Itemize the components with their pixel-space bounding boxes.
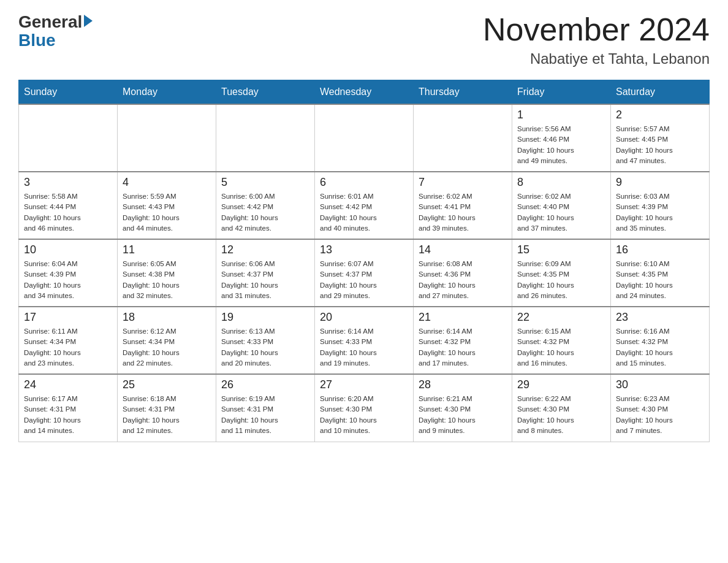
calendar-cell: 5Sunrise: 6:00 AM Sunset: 4:42 PM Daylig… [216,172,315,239]
calendar-cell: 7Sunrise: 6:02 AM Sunset: 4:41 PM Daylig… [414,172,512,239]
calendar-cell: 8Sunrise: 6:02 AM Sunset: 4:40 PM Daylig… [512,172,611,239]
day-sun-info: Sunrise: 6:11 AM Sunset: 4:34 PM Dayligh… [24,326,112,369]
logo: General Blue [18,12,93,50]
day-sun-info: Sunrise: 5:57 AM Sunset: 4:45 PM Dayligh… [616,124,704,166]
day-number: 5 [221,176,309,189]
day-sun-info: Sunrise: 5:56 AM Sunset: 4:46 PM Dayligh… [517,124,605,166]
calendar-cell: 10Sunrise: 6:04 AM Sunset: 4:39 PM Dayli… [19,239,118,307]
day-number: 7 [419,176,507,189]
calendar-cell: 16Sunrise: 6:10 AM Sunset: 4:35 PM Dayli… [611,239,710,307]
calendar-cell: 24Sunrise: 6:17 AM Sunset: 4:31 PM Dayli… [19,374,118,442]
calendar-cell: 17Sunrise: 6:11 AM Sunset: 4:34 PM Dayli… [19,307,118,374]
day-sun-info: Sunrise: 5:58 AM Sunset: 4:44 PM Dayligh… [24,191,112,234]
calendar-cell: 25Sunrise: 6:18 AM Sunset: 4:31 PM Dayli… [118,374,216,442]
day-number: 17 [24,311,112,324]
day-number: 20 [320,311,408,324]
calendar-cell: 18Sunrise: 6:12 AM Sunset: 4:34 PM Dayli… [118,307,216,374]
calendar-week-row: 1Sunrise: 5:56 AM Sunset: 4:46 PM Daylig… [19,104,710,172]
day-number: 9 [616,176,704,189]
day-sun-info: Sunrise: 6:00 AM Sunset: 4:42 PM Dayligh… [221,191,309,234]
logo-arrow-icon [84,15,93,27]
day-number: 25 [123,378,211,391]
page-header: General Blue November 2024 Nabatiye et T… [18,12,710,67]
calendar-cell: 15Sunrise: 6:09 AM Sunset: 4:35 PM Dayli… [512,239,611,307]
day-sun-info: Sunrise: 6:20 AM Sunset: 4:30 PM Dayligh… [320,394,408,436]
day-of-week-header: Tuesday [216,80,315,105]
calendar-cell: 6Sunrise: 6:01 AM Sunset: 4:42 PM Daylig… [315,172,414,239]
calendar-cell: 21Sunrise: 6:14 AM Sunset: 4:32 PM Dayli… [414,307,512,374]
day-number: 8 [517,176,605,189]
day-sun-info: Sunrise: 6:17 AM Sunset: 4:31 PM Dayligh… [24,394,112,436]
logo-blue-text: Blue [18,31,56,50]
day-sun-info: Sunrise: 6:03 AM Sunset: 4:39 PM Dayligh… [616,191,704,234]
day-number: 4 [123,176,211,189]
day-sun-info: Sunrise: 6:08 AM Sunset: 4:36 PM Dayligh… [419,259,507,301]
day-number: 29 [517,378,605,391]
calendar-cell: 14Sunrise: 6:08 AM Sunset: 4:36 PM Dayli… [414,239,512,307]
calendar-cell [216,104,315,172]
calendar-cell: 9Sunrise: 6:03 AM Sunset: 4:39 PM Daylig… [611,172,710,239]
logo-general-text: General [18,12,82,32]
day-sun-info: Sunrise: 6:01 AM Sunset: 4:42 PM Dayligh… [320,191,408,234]
day-number: 18 [123,311,211,324]
day-sun-info: Sunrise: 6:21 AM Sunset: 4:30 PM Dayligh… [419,394,507,436]
day-number: 3 [24,176,112,189]
day-sun-info: Sunrise: 5:59 AM Sunset: 4:43 PM Dayligh… [123,191,211,234]
day-number: 15 [517,243,605,256]
calendar-cell: 27Sunrise: 6:20 AM Sunset: 4:30 PM Dayli… [315,374,414,442]
calendar-cell [315,104,414,172]
day-number: 19 [221,311,309,324]
day-sun-info: Sunrise: 6:16 AM Sunset: 4:32 PM Dayligh… [616,326,704,369]
main-title: November 2024 [483,12,710,47]
day-sun-info: Sunrise: 6:02 AM Sunset: 4:40 PM Dayligh… [517,191,605,234]
day-sun-info: Sunrise: 6:09 AM Sunset: 4:35 PM Dayligh… [517,259,605,301]
day-of-week-header: Friday [512,80,611,105]
day-of-week-header: Thursday [414,80,512,105]
day-sun-info: Sunrise: 6:23 AM Sunset: 4:30 PM Dayligh… [616,394,704,436]
calendar-cell: 2Sunrise: 5:57 AM Sunset: 4:45 PM Daylig… [611,104,710,172]
calendar-week-row: 24Sunrise: 6:17 AM Sunset: 4:31 PM Dayli… [19,374,710,442]
day-number: 28 [419,378,507,391]
calendar-cell: 13Sunrise: 6:07 AM Sunset: 4:37 PM Dayli… [315,239,414,307]
day-number: 26 [221,378,309,391]
location-subtitle: Nabatiye et Tahta, Lebanon [483,50,710,67]
calendar-table: SundayMondayTuesdayWednesdayThursdayFrid… [18,80,710,442]
calendar-cell: 1Sunrise: 5:56 AM Sunset: 4:46 PM Daylig… [512,104,611,172]
calendar-cell: 29Sunrise: 6:22 AM Sunset: 4:30 PM Dayli… [512,374,611,442]
day-sun-info: Sunrise: 6:15 AM Sunset: 4:32 PM Dayligh… [517,326,605,369]
day-of-week-header: Sunday [19,80,118,105]
day-sun-info: Sunrise: 6:19 AM Sunset: 4:31 PM Dayligh… [221,394,309,436]
day-number: 30 [616,378,704,391]
day-number: 2 [616,109,704,121]
day-number: 27 [320,378,408,391]
day-number: 23 [616,311,704,324]
day-sun-info: Sunrise: 6:14 AM Sunset: 4:33 PM Dayligh… [320,326,408,369]
calendar-cell: 11Sunrise: 6:05 AM Sunset: 4:38 PM Dayli… [118,239,216,307]
day-sun-info: Sunrise: 6:07 AM Sunset: 4:37 PM Dayligh… [320,259,408,301]
day-sun-info: Sunrise: 6:22 AM Sunset: 4:30 PM Dayligh… [517,394,605,436]
calendar-cell: 22Sunrise: 6:15 AM Sunset: 4:32 PM Dayli… [512,307,611,374]
day-number: 22 [517,311,605,324]
calendar-cell: 20Sunrise: 6:14 AM Sunset: 4:33 PM Dayli… [315,307,414,374]
day-sun-info: Sunrise: 6:04 AM Sunset: 4:39 PM Dayligh… [24,259,112,301]
day-number: 12 [221,243,309,256]
day-sun-info: Sunrise: 6:10 AM Sunset: 4:35 PM Dayligh… [616,259,704,301]
calendar-cell: 30Sunrise: 6:23 AM Sunset: 4:30 PM Dayli… [611,374,710,442]
day-number: 24 [24,378,112,391]
calendar-cell: 4Sunrise: 5:59 AM Sunset: 4:43 PM Daylig… [118,172,216,239]
day-number: 21 [419,311,507,324]
day-sun-info: Sunrise: 6:05 AM Sunset: 4:38 PM Dayligh… [123,259,211,301]
calendar-cell: 26Sunrise: 6:19 AM Sunset: 4:31 PM Dayli… [216,374,315,442]
day-sun-info: Sunrise: 6:13 AM Sunset: 4:33 PM Dayligh… [221,326,309,369]
day-number: 14 [419,243,507,256]
calendar-header-row: SundayMondayTuesdayWednesdayThursdayFrid… [19,80,710,105]
calendar-cell [19,104,118,172]
day-of-week-header: Saturday [611,80,710,105]
day-sun-info: Sunrise: 6:02 AM Sunset: 4:41 PM Dayligh… [419,191,507,234]
day-number: 11 [123,243,211,256]
calendar-cell [414,104,512,172]
calendar-cell: 12Sunrise: 6:06 AM Sunset: 4:37 PM Dayli… [216,239,315,307]
calendar-cell: 3Sunrise: 5:58 AM Sunset: 4:44 PM Daylig… [19,172,118,239]
calendar-cell: 23Sunrise: 6:16 AM Sunset: 4:32 PM Dayli… [611,307,710,374]
day-sun-info: Sunrise: 6:12 AM Sunset: 4:34 PM Dayligh… [123,326,211,369]
